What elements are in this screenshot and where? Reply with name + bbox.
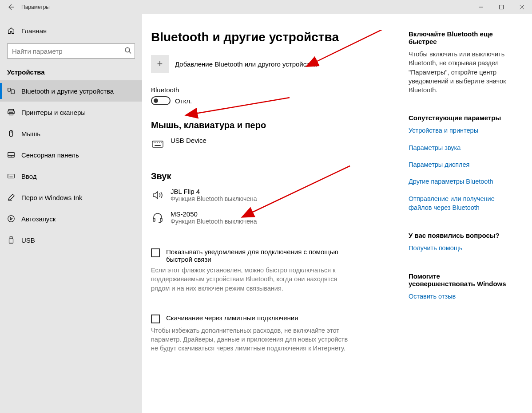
link-devices-printers[interactable]: Устройства и принтеры (409, 126, 519, 135)
bluetooth-label: Bluetooth (151, 86, 400, 94)
section-mouse-keyboard-pen: Мышь, клавиатура и перо (151, 120, 400, 130)
titlebar: Параметры (0, 0, 532, 14)
checkbox-metered-label: Скачивание через лимитные подключения (166, 314, 298, 322)
svg-rect-1 (500, 5, 504, 9)
device-usb[interactable]: USB Device (151, 137, 400, 150)
back-arrow-icon (7, 4, 14, 11)
link-send-receive-bluetooth[interactable]: Отправление или получение файлов через B… (409, 194, 506, 212)
device-status: Функция Bluetooth выключена (171, 195, 257, 202)
svg-rect-31 (153, 218, 155, 221)
sidebar-item-mouse[interactable]: Мышь (0, 123, 142, 144)
sidebar-item-label: Ввод (21, 173, 37, 180)
link-more-bluetooth[interactable]: Другие параметры Bluetooth (409, 177, 519, 186)
sidebar-item-label: Bluetooth и другие устройства (21, 87, 114, 95)
sidebar-home-label: Главная (21, 27, 47, 35)
side-tip-text: Чтобы включить или выключить Bluetooth, … (409, 50, 519, 94)
minimize-button[interactable] (471, 0, 491, 14)
device-ms2050[interactable]: MS-2050 Функция Bluetooth выключена (151, 210, 400, 225)
link-display-settings[interactable]: Параметры дисплея (409, 160, 519, 169)
svg-line-5 (129, 52, 131, 54)
section-sound: Звук (151, 171, 400, 181)
bluetooth-state: Откл. (175, 97, 192, 105)
speaker-icon (151, 189, 164, 201)
home-icon (7, 27, 15, 35)
side-help-heading: У вас появились вопросы? (409, 232, 519, 239)
svg-rect-32 (160, 218, 162, 221)
checkbox-quick-pair-label: Показывать уведомления для подключения с… (166, 248, 344, 263)
sidebar-item-bluetooth[interactable]: Bluetooth и другие устройства (0, 80, 142, 102)
main-content: Bluetooth и другие устройства + Добавлен… (142, 14, 532, 413)
link-sound-settings[interactable]: Параметры звука (409, 143, 519, 152)
bluetooth-devices-icon (7, 87, 15, 95)
plus-icon: + (151, 55, 169, 73)
sidebar-section-label: Устройства (0, 65, 142, 80)
sidebar-item-autoplay[interactable]: Автозапуск (0, 208, 142, 229)
sidebar-item-printers[interactable]: Принтеры и сканеры (0, 102, 142, 123)
page-title: Bluetooth и другие устройства (151, 30, 400, 44)
svg-rect-10 (9, 113, 13, 115)
side-related-heading: Сопутствующие параметры (409, 114, 519, 122)
sidebar-item-label: Сенсорная панель (21, 151, 79, 159)
add-device-label: Добавление Bluetooth или другого устройс… (175, 60, 317, 68)
device-name: MS-2050 (171, 210, 257, 218)
back-button[interactable] (0, 0, 21, 14)
svg-point-21 (8, 216, 14, 222)
metered-description: Чтобы избежать дополнительных расходов, … (151, 326, 355, 353)
svg-rect-7 (11, 90, 14, 94)
svg-rect-24 (152, 141, 163, 147)
maximize-button[interactable] (491, 0, 512, 14)
sidebar-home[interactable]: Главная (0, 23, 142, 38)
sidebar-item-label: Принтеры и сканеры (21, 109, 86, 116)
search-input[interactable] (7, 43, 135, 59)
quick-pair-description: Если этот флажок установлен, можно быстр… (151, 266, 355, 293)
usb-icon (7, 236, 15, 244)
headset-icon (151, 212, 164, 224)
mouse-icon (7, 130, 15, 138)
sidebar-item-typing[interactable]: Ввод (0, 165, 142, 187)
printer-icon (7, 108, 15, 116)
sidebar-item-usb[interactable]: USB (0, 229, 142, 251)
close-button[interactable] (512, 0, 532, 14)
side-feedback-heading: Помогите усовершенствовать Windows (409, 272, 506, 287)
device-name: JBL Flip 4 (171, 188, 257, 195)
svg-rect-22 (10, 237, 12, 239)
add-device-button[interactable]: + Добавление Bluetooth или другого устро… (151, 55, 400, 73)
pen-icon (7, 193, 15, 201)
sidebar-item-label: Перо и Windows Ink (21, 194, 83, 201)
sidebar-item-pen[interactable]: Перо и Windows Ink (0, 187, 142, 208)
keyboard-device-icon (151, 138, 164, 150)
search-container (7, 43, 135, 59)
touchpad-icon (7, 151, 15, 159)
window-title: Параметры (21, 4, 50, 10)
search-icon (124, 47, 131, 55)
device-name: USB Device (171, 137, 206, 144)
device-status: Функция Bluetooth выключена (171, 218, 257, 225)
minimize-icon (479, 5, 483, 9)
maximize-icon (499, 5, 504, 9)
sidebar-item-touchpad[interactable]: Сенсорная панель (0, 144, 142, 165)
svg-rect-23 (9, 239, 13, 243)
svg-point-4 (125, 48, 130, 52)
device-jbl[interactable]: JBL Flip 4 Функция Bluetooth выключена (151, 188, 400, 202)
link-give-feedback[interactable]: Оставить отзыв (409, 292, 519, 301)
checkbox-metered[interactable] (151, 315, 160, 323)
sidebar-item-label: USB (21, 236, 35, 244)
bluetooth-toggle[interactable] (151, 96, 171, 105)
svg-rect-6 (8, 88, 10, 91)
sidebar-item-label: Мышь (21, 130, 40, 138)
keyboard-icon (7, 172, 15, 180)
close-icon (520, 5, 524, 9)
svg-rect-16 (8, 174, 14, 178)
sidebar: Главная Устройства Bluetooth и другие ус… (0, 14, 142, 413)
link-get-help[interactable]: Получить помощь (409, 244, 519, 252)
side-tip-heading: Включайте Bluetooth еще быстрее (409, 30, 519, 45)
sidebar-item-label: Автозапуск (21, 215, 56, 223)
autoplay-icon (7, 215, 15, 223)
checkbox-quick-pair[interactable] (151, 248, 160, 257)
